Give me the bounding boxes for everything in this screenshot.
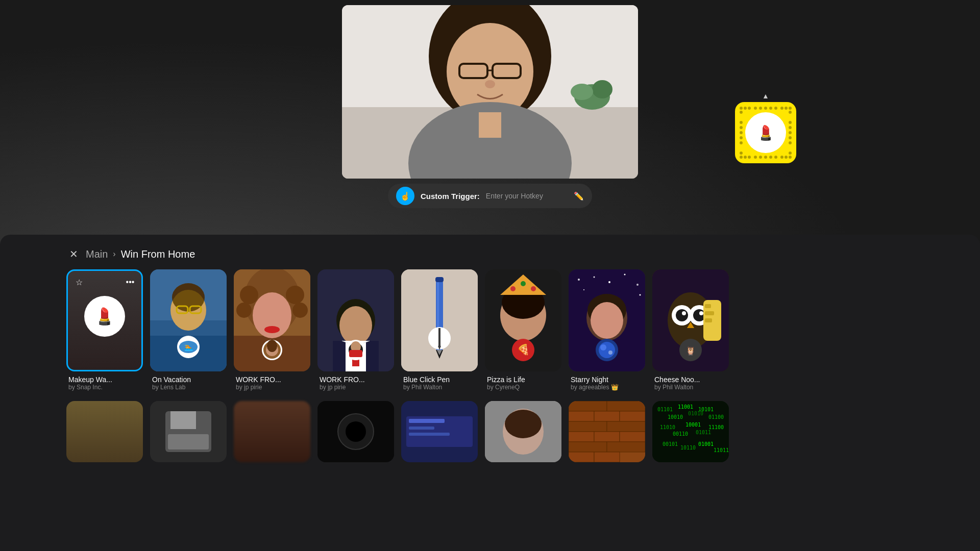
lens-info-starry: Starry Night by agreeables 👑	[569, 371, 645, 393]
lens-name-workfrom1: WORK FRO...	[236, 375, 308, 384]
lens-grid-row2: 01101 10010 11001 01010 10101 01100 1101…	[0, 401, 980, 462]
video-frame	[342, 5, 638, 179]
lens-card-pizza[interactable]: 🍕 Pizza is Life by CyreneQ	[485, 269, 561, 393]
svg-point-27	[789, 152, 792, 155]
lens-card-workfrom1[interactable]: WORK FRO... by jp pirie	[234, 269, 310, 393]
svg-point-13	[740, 107, 743, 110]
svg-point-7	[485, 80, 495, 88]
svg-point-28	[780, 156, 783, 159]
svg-point-65	[236, 303, 252, 318]
svg-text:01001: 01001	[698, 441, 714, 447]
svg-rect-161	[594, 452, 620, 462]
trigger-edit-icon[interactable]: ✏️	[574, 191, 584, 201]
lens-name-makeup: Makeup Wa...	[68, 375, 141, 384]
lens-card-row2-1[interactable]	[66, 401, 143, 462]
svg-rect-159	[607, 442, 645, 452]
svg-rect-127	[705, 304, 711, 308]
makeup-icon: 💄	[84, 296, 125, 337]
svg-rect-134	[170, 411, 196, 429]
svg-point-107	[583, 289, 584, 290]
svg-rect-151	[594, 411, 620, 421]
snapcode-box[interactable]: 💄	[735, 102, 796, 163]
lens-card-workfrom2[interactable]: WORK FRO... by jp pirie	[317, 269, 394, 393]
svg-rect-148	[569, 401, 607, 411]
svg-point-20	[780, 107, 783, 110]
svg-text:10110: 10110	[680, 445, 696, 450]
svg-rect-128	[705, 311, 714, 315]
star-button-makeup[interactable]: ☆	[72, 275, 86, 289]
lens-card-row2-2[interactable]	[150, 401, 227, 462]
lens-thumb-row2-3	[234, 401, 310, 462]
pen-preview	[401, 269, 478, 371]
svg-point-25	[789, 156, 792, 159]
workfrom1-preview	[234, 269, 310, 371]
svg-rect-152	[620, 411, 645, 421]
lens-card-pen[interactable]: Blue Click Pen by Phil Walton	[401, 269, 478, 393]
custom-trigger-bar[interactable]: ☝️ Custom Trigger: Enter your Hotkey ✏️	[388, 184, 592, 208]
svg-point-104	[608, 281, 610, 283]
breadcrumb-main[interactable]: Main	[86, 248, 108, 260]
lens-thumb-row2-2	[150, 401, 227, 462]
svg-point-47	[769, 156, 772, 159]
svg-text:01101: 01101	[657, 407, 673, 412]
svg-text:🍕: 🍕	[517, 343, 530, 356]
snapcode-widget[interactable]: ▲	[735, 92, 796, 163]
svg-rect-129	[705, 318, 712, 322]
close-button[interactable]: ✕	[66, 247, 81, 261]
lens-card-makeup[interactable]: ☆ ••• 💄 Makeup Wa... by Snap Inc.	[66, 269, 143, 393]
lens-card-row2-8[interactable]: 01101 10010 11001 01010 10101 01100 1101…	[652, 401, 729, 462]
svg-rect-9	[479, 112, 501, 138]
lens-card-cheese[interactable]: 🦉 Cheese Noo... by Phil Walton	[652, 269, 729, 393]
svg-point-103	[594, 277, 595, 278]
lens-thumb-cheese: 🦉	[652, 269, 729, 371]
breadcrumb-chevron-icon: ›	[113, 249, 115, 259]
svg-point-41	[764, 107, 767, 110]
svg-point-35	[789, 126, 792, 129]
lens-author-workfrom2: by jp pirie	[320, 384, 392, 391]
lens-card-row2-6[interactable]	[485, 401, 561, 462]
svg-point-29	[740, 121, 743, 124]
lens-thumb-pen	[401, 269, 478, 371]
svg-point-16	[748, 107, 751, 110]
svg-point-66	[292, 303, 308, 318]
svg-text:11011: 11011	[714, 447, 729, 453]
lens-name-pizza: Pizza is Life	[487, 375, 559, 384]
svg-rect-158	[569, 442, 607, 452]
lens-thumb-makeup: ☆ ••• 💄	[66, 269, 143, 371]
svg-text:10101: 10101	[698, 407, 714, 412]
lens-name-vacation: On Vacation	[152, 375, 225, 384]
lens-card-row2-3[interactable]	[234, 401, 310, 462]
more-button-makeup[interactable]: •••	[123, 275, 137, 289]
svg-rect-142	[409, 427, 434, 430]
workfrom2-preview	[317, 269, 394, 371]
svg-point-31	[740, 131, 743, 134]
svg-point-96	[510, 286, 516, 291]
breadcrumb: ✕ Main › Win From Home	[0, 235, 980, 269]
person-video	[342, 5, 638, 179]
lens-thumb-workfrom1	[234, 269, 310, 371]
lens-card-vacation[interactable]: 🏊 On Vacation by Lens Lab	[150, 269, 227, 393]
svg-text:🏊: 🏊	[184, 343, 193, 352]
lens-thumb-row2-7	[569, 401, 645, 462]
lens-card-row2-4[interactable]	[317, 401, 394, 462]
lens-card-starry[interactable]: Starry Night by agreeables 👑	[569, 269, 645, 393]
lens-card-row2-7[interactable]	[569, 401, 645, 462]
snapcode-chevron-icon[interactable]: ▲	[758, 92, 773, 100]
svg-point-30	[740, 126, 743, 129]
trigger-hotkey-input[interactable]: Enter your Hotkey	[486, 192, 568, 200]
gray-preview	[485, 401, 561, 462]
svg-point-123	[682, 311, 686, 315]
lens-name-starry: Starry Night	[571, 375, 643, 384]
svg-text:01011: 01011	[696, 430, 711, 435]
starry-preview	[569, 269, 645, 371]
svg-point-17	[789, 107, 792, 110]
lens-card-row2-5[interactable]	[401, 401, 478, 462]
svg-point-23	[740, 152, 743, 155]
lens-thumb-starry	[569, 269, 645, 371]
svg-rect-156	[594, 432, 620, 442]
lens-grid-row1: ☆ ••• 💄 Makeup Wa... by Snap Inc.	[0, 269, 980, 393]
lens-info-workfrom2: WORK FRO... by jp pirie	[317, 371, 394, 393]
svg-text:11010: 11010	[660, 424, 675, 430]
svg-point-26	[785, 156, 788, 159]
lens-name-pen: Blue Click Pen	[403, 375, 476, 384]
